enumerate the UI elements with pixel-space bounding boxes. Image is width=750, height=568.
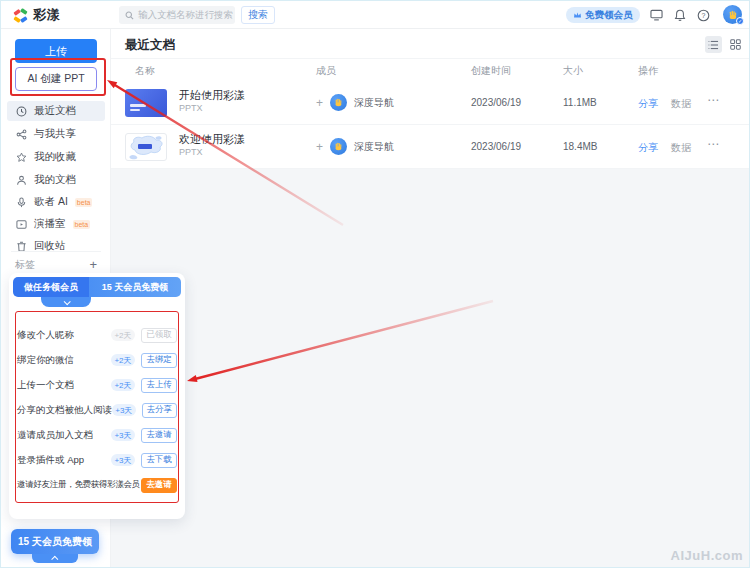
mic-icon [16, 197, 27, 208]
share-icon [16, 129, 27, 140]
more-actions-button[interactable]: ⋯ [707, 137, 720, 151]
sidebar-item-trash[interactable]: 回收站 [7, 236, 105, 256]
created-date: 2023/06/19 [471, 141, 521, 152]
expand-tab[interactable] [32, 554, 78, 563]
more-actions-button[interactable]: ⋯ [707, 93, 720, 107]
doc-name[interactable]: 开始使用彩漾 [179, 88, 245, 103]
search-button[interactable]: 搜索 [241, 6, 275, 24]
free-member-pill[interactable]: 免费领会员 [566, 7, 640, 23]
task-row: 上传一个文档 +2天 去上传 [17, 375, 177, 395]
days-badge: +2天 [111, 354, 135, 366]
monitor-icon[interactable] [649, 8, 663, 22]
file-size: 18.4MB [563, 141, 597, 152]
tab-do-tasks[interactable]: 做任务领会员 [13, 277, 89, 297]
sidebar-item-studio[interactable]: 演播室 beta [7, 214, 105, 234]
share-action[interactable]: 分享 [638, 141, 658, 155]
task-row: 邀请成员加入文档 +3天 去邀请 [17, 425, 177, 445]
topbar: 彩漾 输入文档名称进行搜索 搜索 免费领会员 ? [1, 1, 750, 29]
grid-view-button[interactable] [727, 36, 744, 53]
doc-type: PPTX [179, 103, 203, 113]
app-window: 彩漾 输入文档名称进行搜索 搜索 免费领会员 ? [0, 0, 750, 568]
tags-row: 标签 + [15, 257, 97, 272]
clock-icon [16, 106, 27, 117]
sidebar-item-singer-ai[interactable]: 歌者 AI beta [7, 192, 105, 212]
chevron-down-icon [63, 298, 70, 305]
task-action-button[interactable]: 去邀请 [141, 428, 177, 443]
sidebar-item-favorites[interactable]: 我的收藏 [7, 147, 105, 167]
tab-free-member[interactable]: 15 天会员免费领 [89, 277, 181, 297]
page-title: 最近文档 [125, 37, 175, 54]
free-member-bottom-button[interactable]: 15 天会员免费领 [11, 529, 99, 554]
days-badge: +3天 [111, 429, 135, 441]
user-avatar[interactable]: ✓ [723, 5, 742, 24]
logo-text: 彩漾 [33, 6, 61, 24]
sidebar-item-recent-docs[interactable]: 最近文档 [7, 101, 105, 121]
task-action-button[interactable]: 去分享 [142, 403, 177, 418]
data-action[interactable]: 数据 [671, 97, 691, 111]
task-row: 分享的文档被他人阅读 +3天 去分享 [17, 400, 177, 420]
watermark: AIJuH.com [671, 548, 743, 563]
task-row: 登录插件或 App +3天 去下载 [17, 450, 177, 470]
add-tag-button[interactable]: + [89, 257, 97, 272]
doc-type: PPTX [179, 147, 203, 157]
col-created: 创建时间 [471, 64, 511, 78]
task-row: 绑定你的微信 +2天 去绑定 [17, 350, 177, 370]
task-action-button: 已领取 [141, 328, 177, 343]
logo-icon [13, 8, 28, 23]
studio-icon [16, 219, 27, 230]
beta-badge: beta [75, 198, 93, 207]
member-cell: + 深度导航 [316, 138, 394, 155]
app-logo: 彩漾 [13, 6, 61, 24]
col-name: 名称 [135, 64, 155, 78]
table-row[interactable]: 开始使用彩漾 PPTX + 深度导航 2023/06/19 11.1MB 分享 … [111, 81, 750, 125]
collapse-tab[interactable] [41, 297, 91, 307]
svg-text:?: ? [701, 11, 705, 18]
tags-label: 标签 [15, 258, 35, 272]
member-name: 深度导航 [354, 96, 394, 110]
doc-thumbnail [125, 89, 167, 117]
trash-icon [16, 241, 27, 252]
avatar-check-badge: ✓ [736, 17, 744, 25]
member-avatar [330, 94, 347, 111]
days-badge: +3天 [111, 454, 135, 466]
col-actions: 操作 [638, 64, 658, 78]
data-action[interactable]: 数据 [671, 141, 691, 155]
ai-create-ppt-button[interactable]: AI 创建 PPT [15, 67, 97, 91]
task-action-button[interactable]: 去绑定 [141, 353, 177, 368]
invite-friends-button[interactable]: 去邀请 [141, 478, 177, 493]
days-badge: +3天 [112, 404, 136, 416]
doc-thumbnail [125, 133, 167, 161]
person-icon [16, 175, 27, 186]
search-placeholder: 输入文档名称进行搜索 [138, 9, 233, 22]
member-cell: + 深度导航 [316, 94, 394, 111]
bell-icon[interactable] [673, 8, 687, 22]
add-member-button[interactable]: + [316, 96, 323, 110]
search-icon [125, 11, 134, 20]
share-action[interactable]: 分享 [638, 97, 658, 111]
task-action-button[interactable]: 去上传 [141, 378, 177, 393]
crown-icon [573, 11, 582, 19]
beta-badge: beta [73, 220, 91, 229]
task-action-button[interactable]: 去下载 [141, 453, 177, 468]
list-view-button[interactable] [705, 36, 722, 53]
add-member-button[interactable]: + [316, 140, 323, 154]
days-badge: +2天 [111, 379, 135, 391]
star-icon [16, 152, 27, 163]
table-row[interactable]: 欢迎使用彩漾 PPTX + 深度导航 2023/06/19 18.4MB 分享 … [111, 125, 750, 169]
sidebar-item-shared[interactable]: 与我共享 [7, 124, 105, 144]
content-titlebar: 最近文档 [111, 29, 750, 59]
document-table: 最近文档 名称 成员 创建时间 大小 操作 [111, 29, 750, 169]
task-row: 邀请好友注册，免费获得彩漾会员 去邀请 [17, 475, 177, 495]
task-panel-header: 做任务领会员 15 天会员免费领 [13, 277, 181, 297]
member-float: 15 天会员免费领 [11, 529, 99, 563]
upload-button[interactable]: 上传 [15, 39, 97, 63]
sidebar-item-my-docs[interactable]: 我的文档 [7, 170, 105, 190]
help-icon[interactable]: ? [696, 8, 710, 22]
search-input[interactable]: 输入文档名称进行搜索 [119, 6, 235, 24]
sidebar-divider [11, 251, 101, 252]
file-size: 11.1MB [563, 97, 597, 108]
member-task-panel: 做任务领会员 15 天会员免费领 修改个人昵称 +2天 已领取 绑定你的微信 +… [9, 273, 185, 519]
col-size: 大小 [563, 64, 583, 78]
doc-name[interactable]: 欢迎使用彩漾 [179, 132, 245, 147]
chevron-up-icon [51, 556, 58, 563]
